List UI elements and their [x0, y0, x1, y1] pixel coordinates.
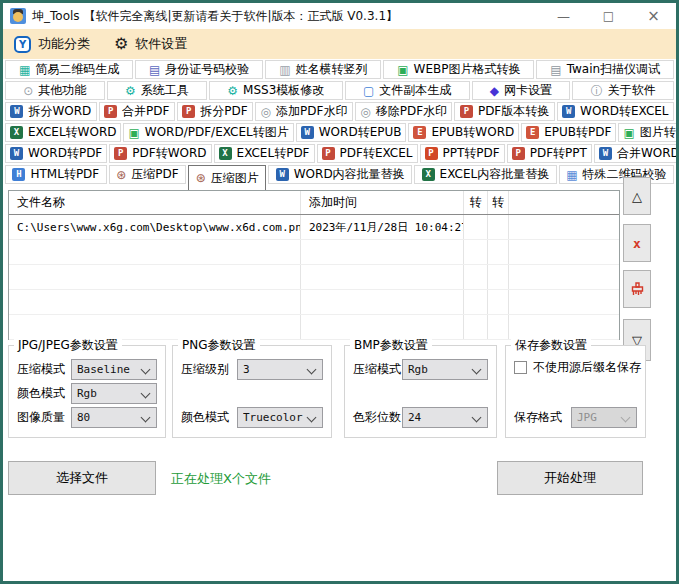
tab-compress-pdf[interactable]: ⊛压缩PDF: [109, 165, 186, 184]
toolbar-button[interactable]: ▢文件副本生成: [345, 81, 470, 100]
menu-function-category[interactable]: Y 功能分类: [14, 35, 90, 53]
table-cell: [301, 315, 464, 339]
menu-software-settings[interactable]: ⚙ 软件设置: [114, 35, 187, 53]
toolbar-button[interactable]: ▦简易二维码生成: [5, 60, 133, 79]
select-files-button[interactable]: 选择文件: [8, 461, 156, 495]
tab-excel-batch-replace[interactable]: XEXCEL内容批量替换: [414, 165, 557, 184]
toolbar-button[interactable]: PPPT转PDF: [420, 144, 505, 163]
id-card-icon: ▤: [149, 64, 160, 76]
empty-table-row: [9, 265, 619, 290]
processing-status-text: 正在处理X个文件: [171, 470, 271, 488]
toolbar-button-label: 拆分PDF: [200, 103, 247, 120]
toolbar-button[interactable]: WWORD转EPUB: [296, 123, 407, 142]
epub-icon: E: [413, 126, 426, 139]
close-button[interactable]: ×: [631, 3, 676, 29]
start-processing-button[interactable]: 开始处理: [497, 461, 643, 495]
toolbar-button[interactable]: WWORD转EXCEL: [557, 102, 674, 121]
toolbar-button-label: EXCEL转PDF: [237, 145, 310, 162]
table-cell: [464, 290, 488, 314]
toolbar-button[interactable]: ◆网卡设置: [472, 81, 571, 100]
toolbar-button[interactable]: PPDF转PPT: [507, 144, 592, 163]
field-label: 保存格式: [514, 409, 562, 426]
toolbar-button-label: PPT转PDF: [443, 145, 500, 162]
save-format-select[interactable]: JPG: [571, 407, 637, 428]
toolbar-button-label: PDF转EXCEL: [340, 145, 413, 162]
delete-file-button[interactable]: x: [623, 224, 651, 262]
toolbar-button[interactable]: ⚙系统工具: [107, 81, 207, 100]
group-title: 保存参数设置: [511, 337, 591, 354]
toolbar-row: ▦简易二维码生成▤身份证号码校验▥姓名横转竖列▣WEBP图片格式转换▤Twain…: [3, 59, 676, 80]
toolbar-button[interactable]: PPDF转WORD: [109, 144, 211, 163]
table-cell: 转: [488, 191, 509, 214]
toolbar-button[interactable]: WWORD转PDF: [5, 144, 107, 163]
toolbar-button-label: 添加PDF水印: [276, 103, 347, 120]
table-cell: 2023年/11月/28日 10:04:27: [301, 215, 464, 239]
toolbar-button[interactable]: EEPUB转PDF: [521, 123, 616, 142]
toolbar-button-label: HTML转PDF: [30, 166, 99, 183]
excel-icon: X: [10, 126, 23, 139]
toolbar-button[interactable]: ◎移除PDF水印: [355, 102, 453, 121]
toolbar-row: ⊙其他功能⚙系统工具⚙MSS3模板修改▢文件副本生成◆网卡设置ⓘ关于软件: [3, 80, 676, 101]
toolbar-button[interactable]: ▣图片转PDF: [618, 123, 679, 142]
toolbar-button[interactable]: W合并WORD: [594, 144, 679, 163]
field-label: 图像质量: [17, 409, 65, 426]
toolbar-button[interactable]: ⊙其他功能: [5, 81, 105, 100]
toolbar-button[interactable]: PPDF版本转换: [454, 102, 554, 121]
table-cell: 添加时间: [301, 191, 464, 214]
toolbar-button[interactable]: P拆分PDF: [177, 102, 253, 121]
category-icon: Y: [14, 36, 31, 53]
table-cell: [301, 265, 464, 289]
clear-list-button[interactable]: [623, 270, 651, 308]
toolbar-button[interactable]: ▣WEBP图片格式转换: [383, 60, 534, 79]
image-icon: ▣: [623, 127, 634, 139]
tab-special-qr-verify[interactable]: ▦特殊二维码校验: [559, 165, 674, 184]
png-color-mode-select[interactable]: Truecolor: [237, 407, 323, 428]
toolbar-button-label: Twain扫描仪调试: [567, 61, 660, 78]
toolbar-button[interactable]: ▤身份证号码校验: [135, 60, 263, 79]
jpg-quality-select[interactable]: 80: [71, 407, 157, 428]
pdf-icon: P: [104, 105, 117, 118]
bmp-compress-mode-select[interactable]: Rgb: [402, 359, 488, 380]
word-icon: W: [276, 168, 289, 181]
toolbar-button[interactable]: XEXCEL转WORD: [5, 123, 121, 142]
toolbar-button[interactable]: ▥姓名横转竖列: [265, 60, 381, 79]
jpg-color-mode-select[interactable]: Rgb: [71, 383, 157, 404]
toolbar-button[interactable]: W拆分WORD: [5, 102, 97, 121]
toolbar-button[interactable]: ◎添加PDF水印: [255, 102, 353, 121]
move-up-button[interactable]: △: [623, 177, 651, 215]
checkbox-label: 不使用源后缀名保存: [533, 359, 641, 376]
maximize-button[interactable]: □: [586, 3, 631, 29]
toolbar-button[interactable]: PPDF转EXCEL: [317, 144, 418, 163]
toolbar-button-label: WORD转PDF: [28, 145, 102, 162]
table-cell: C:\Users\www.x6g.com\Desktop\www.x6d.com…: [9, 215, 301, 239]
png-compress-level-select[interactable]: 3: [237, 359, 323, 380]
bmp-color-depth-select[interactable]: 24: [402, 407, 488, 428]
tab-html-to-pdf[interactable]: HHTML转PDF: [5, 165, 107, 184]
toolbar-button[interactable]: ▣WORD/PDF/EXCEL转图片: [123, 123, 293, 142]
toolbar-button-label: 其他功能: [38, 82, 86, 99]
group-save-params: 保存参数设置 不使用源后缀名保存 保存格式 JPG: [505, 345, 646, 438]
tab-compress-image[interactable]: ⊛压缩图片: [188, 165, 266, 190]
table-cell: [9, 265, 301, 289]
menu-label: 软件设置: [135, 35, 187, 53]
toolbar-button-label: 压缩PDF: [131, 166, 178, 183]
table-cell: [488, 265, 509, 289]
toolbar-button-label: WORD内容批量替换: [294, 166, 405, 183]
table-cell: [488, 315, 509, 339]
toolbar-button[interactable]: ▤Twain扫描仪调试: [536, 60, 674, 79]
toolbar-button[interactable]: ⚙MSS3模板修改: [209, 81, 343, 100]
toolbar-button[interactable]: XEXCEL转PDF: [214, 144, 315, 163]
tab-word-batch-replace[interactable]: WWORD内容批量替换: [268, 165, 412, 184]
ppt-icon: P: [425, 147, 438, 160]
epub-icon: E: [526, 126, 539, 139]
toolbar-button[interactable]: ⓘ关于软件: [572, 81, 674, 100]
no-source-ext-checkbox[interactable]: [514, 361, 527, 374]
minimize-button[interactable]: —: [541, 3, 586, 29]
toolbar-button-label: 关于软件: [608, 82, 656, 99]
file-table-row[interactable]: C:\Users\www.x6g.com\Desktop\www.x6d.com…: [9, 215, 619, 240]
table-cell: [509, 240, 619, 264]
jpg-compress-mode-select[interactable]: Baseline: [71, 359, 157, 380]
toolbar-button[interactable]: EEPUB转WORD: [408, 123, 519, 142]
toolbar-button[interactable]: P合并PDF: [99, 102, 175, 121]
group-title: JPG/JPEG参数设置: [14, 337, 122, 354]
